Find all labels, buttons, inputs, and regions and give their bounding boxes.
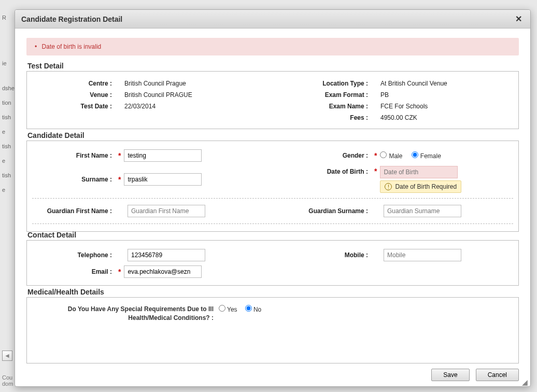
centre-value: British Council Prague: [115, 80, 186, 87]
guardian-first-name-label: Guardian First Name :: [32, 207, 115, 215]
dob-validation-text: Date of Birth Required: [395, 183, 457, 190]
surname-input[interactable]: [124, 173, 202, 186]
yes-label: Yes: [227, 306, 237, 313]
health-no-option[interactable]: No: [245, 306, 261, 313]
contact-detail-legend: Contact Detail: [26, 231, 519, 240]
email-input[interactable]: [124, 265, 202, 278]
health-yes-radio[interactable]: [219, 305, 225, 312]
dob-input[interactable]: [380, 166, 458, 178]
test-detail-legend: Test Detail: [26, 62, 519, 71]
bullet-icon: •: [35, 43, 37, 50]
male-label: Male: [389, 152, 402, 160]
cancel-button[interactable]: Cancel: [476, 369, 519, 381]
guardian-surname-input[interactable]: [384, 205, 461, 217]
telephone-label: Telephone :: [32, 251, 115, 259]
fees-label: Fees :: [273, 114, 371, 121]
warning-icon: !: [385, 183, 392, 190]
health-question-label: Do You Have Any Special Requirements Due…: [32, 305, 219, 323]
health-no-radio[interactable]: [245, 305, 252, 312]
contact-detail-section: Telephone : Mobile : Email : *: [26, 240, 519, 286]
location-type-label: Location Type :: [273, 80, 371, 87]
required-asterisk: *: [118, 175, 121, 184]
test-date-label: Test Date :: [32, 103, 115, 110]
gender-female-radio[interactable]: [412, 151, 418, 158]
telephone-input[interactable]: [128, 249, 205, 261]
exam-format-label: Exam Format :: [273, 91, 371, 99]
required-asterisk: *: [118, 151, 121, 160]
required-asterisk: *: [374, 166, 377, 175]
no-label: No: [253, 306, 261, 313]
dob-validation-message: ! Date of Birth Required: [380, 180, 461, 193]
gender-male-option[interactable]: Male: [380, 152, 402, 160]
surname-label: Surname :: [32, 176, 115, 183]
gender-female-option[interactable]: Female: [412, 152, 441, 160]
centre-label: Centre :: [32, 80, 115, 87]
email-label: Email :: [32, 268, 115, 275]
venue-value: British Council PRAGUE: [115, 91, 192, 99]
candidate-detail-section: First Name : * Gender : * Male Female: [26, 141, 519, 232]
guardian-surname-label: Guardian Surname :: [273, 207, 371, 215]
exam-format-value: PB: [371, 91, 389, 99]
error-banner: • Date of birth is invalid: [26, 38, 519, 55]
test-detail-section: Centre : British Council Prague Location…: [26, 71, 519, 129]
gender-male-radio[interactable]: [380, 151, 387, 158]
health-detail-section: Do You Have Any Special Requirements Due…: [26, 297, 519, 363]
venue-label: Venue :: [32, 91, 115, 99]
fees-value: 4950.00 CZK: [371, 114, 417, 121]
save-button[interactable]: Save: [431, 369, 469, 381]
dob-label: Date of Birth :: [273, 166, 371, 175]
guardian-first-name-input[interactable]: [128, 205, 205, 217]
location-type-value: At British Council Venue: [371, 80, 447, 87]
modal-header: Candidate Registration Detail ✕: [15, 10, 530, 29]
gender-label: Gender :: [273, 152, 371, 159]
first-name-input[interactable]: [124, 149, 202, 162]
health-yes-option[interactable]: Yes: [219, 306, 237, 313]
candidate-detail-legend: Candidate Detail: [26, 131, 519, 141]
mobile-label: Mobile :: [273, 251, 371, 259]
close-icon[interactable]: ✕: [513, 14, 524, 24]
modal-title: Candidate Registration Detail: [21, 15, 122, 23]
exam-name-value: FCE For Schools: [371, 103, 428, 110]
exam-name-label: Exam Name :: [273, 103, 371, 110]
error-message: Date of birth is invalid: [42, 43, 102, 50]
first-name-label: First Name :: [32, 152, 115, 159]
required-asterisk: *: [374, 151, 377, 160]
registration-modal: Candidate Registration Detail ✕ • Date o…: [15, 9, 531, 387]
female-label: Female: [420, 152, 441, 160]
health-detail-legend: Medical/Health Details: [26, 288, 519, 297]
required-asterisk: *: [118, 268, 121, 276]
mobile-input[interactable]: [384, 249, 461, 261]
test-date-value: 22/03/2014: [115, 103, 156, 110]
